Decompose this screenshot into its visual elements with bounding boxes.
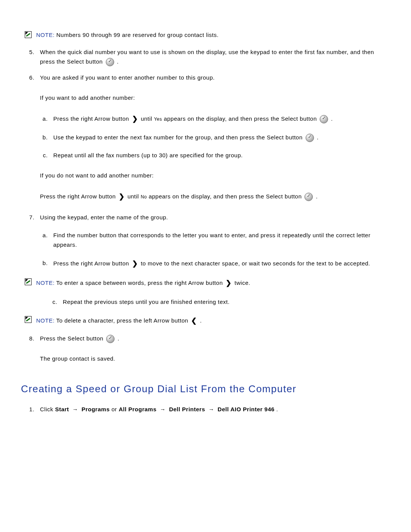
- step-7a: Find the number button that corresponds …: [49, 231, 390, 250]
- note-label: NOTE:: [36, 32, 54, 38]
- step7-sublist: Find the number button that corresponds …: [49, 231, 390, 269]
- arrow-left-icon: ❮: [191, 315, 197, 327]
- section-heading: Creating a Speed or Group Dial List From…: [21, 381, 390, 397]
- menu-arrow: →: [160, 406, 166, 412]
- arrow-right-icon: ❯: [226, 278, 232, 289]
- note-icon: [25, 31, 32, 38]
- main-list: When the quick dial number you want to u…: [36, 48, 390, 270]
- menu-all-programs: All Programs: [119, 406, 156, 412]
- menu-start: Start: [55, 406, 69, 412]
- step-7: Using the keypad, enter the name of the …: [36, 213, 390, 269]
- yes-text: Yes: [154, 117, 162, 122]
- note-body: Numbers 90 through 99 are reserved for g…: [56, 32, 218, 38]
- select-button-icon: [306, 134, 314, 142]
- select-button-icon: [106, 335, 115, 343]
- menu-dell-printers: Dell Printers: [169, 406, 205, 412]
- step7c-wrapper: Repeat the previous steps until you are …: [46, 297, 390, 307]
- step6-sublist-add: Press the right Arrow button ❯ until Yes…: [49, 113, 390, 160]
- menu-arrow: →: [72, 406, 78, 412]
- comp-step-1: Click Start → Programs or All Programs →…: [36, 405, 390, 414]
- arrow-right-icon: ❯: [119, 191, 125, 203]
- step-8: Press the Select button . The group cont…: [36, 334, 390, 364]
- no-add-instruction: Press the right Arrow button ❯ until No …: [40, 191, 390, 203]
- computer-list: Click Start → Programs or All Programs →…: [36, 405, 390, 414]
- note-label: NOTE:: [36, 317, 54, 324]
- step7-sublist-cont: Repeat the previous steps until you are …: [59, 297, 390, 307]
- note-block: NOTE: Numbers 90 through 99 are reserved…: [25, 30, 390, 40]
- main-list-cont: Press the Select button . The group cont…: [36, 334, 390, 364]
- note-text: NOTE: To delete a character, press the l…: [36, 315, 202, 327]
- note-text: NOTE: Numbers 90 through 99 are reserved…: [36, 30, 218, 40]
- menu-programs: Programs: [81, 406, 110, 412]
- note-icon: [25, 316, 32, 323]
- select-button-icon: [304, 193, 313, 201]
- menu-arrow: →: [209, 406, 215, 412]
- step7c-container: Repeat the previous steps until you are …: [46, 297, 390, 307]
- step-7c: Repeat the previous steps until you are …: [59, 297, 390, 307]
- if-add-heading: If you want to add another number:: [40, 93, 390, 103]
- select-button-icon: [106, 58, 114, 66]
- note-label: NOTE:: [36, 280, 54, 286]
- step-6a: Press the right Arrow button ❯ until Yes…: [49, 113, 390, 125]
- select-button-icon: [320, 115, 328, 123]
- step-5: When the quick dial number you want to u…: [36, 48, 390, 67]
- step-7b: Press the right Arrow button ❯ to move t…: [49, 258, 390, 270]
- arrow-right-icon: ❯: [132, 113, 138, 125]
- if-not-add-heading: If you do not want to add another number…: [40, 171, 390, 181]
- step-6: You are asked if you want to enter anoth…: [36, 73, 390, 202]
- note-block: NOTE: To enter a space between words, pr…: [25, 278, 390, 289]
- no-text: No: [141, 194, 147, 200]
- note-icon: [25, 278, 32, 285]
- note-block: NOTE: To delete a character, press the l…: [25, 315, 390, 327]
- menu-dell-aio: Dell AIO Printer 946: [218, 406, 275, 412]
- note-text: NOTE: To enter a space between words, pr…: [36, 278, 250, 289]
- saved-text: The group contact is saved.: [40, 354, 390, 364]
- step-6c: Repeat until all the fax numbers (up to …: [49, 151, 390, 160]
- arrow-right-icon: ❯: [132, 258, 138, 270]
- step-6b: Use the keypad to enter the next fax num…: [49, 133, 390, 142]
